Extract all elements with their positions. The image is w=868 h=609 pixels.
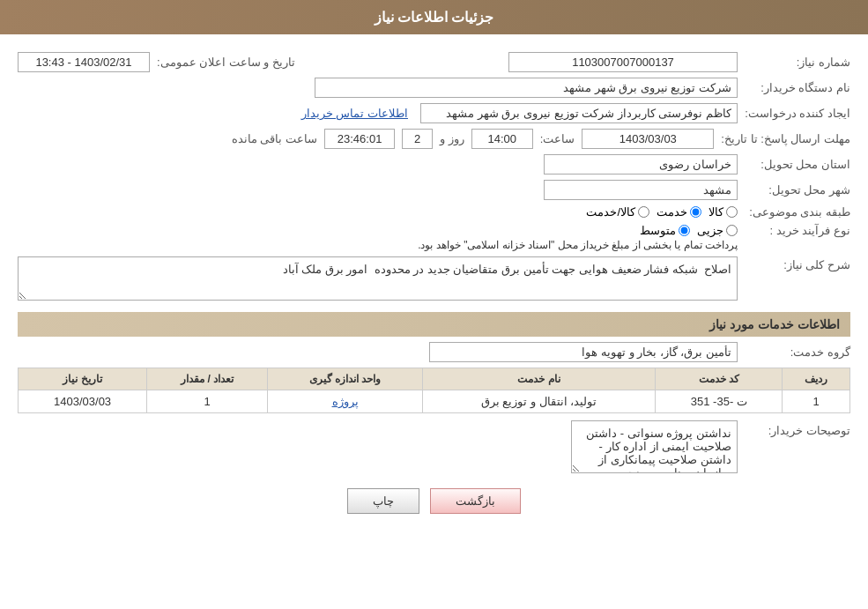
buy-type-radio-group: جزیی متوسط bbox=[418, 224, 738, 237]
col-rownum: ردیف bbox=[783, 368, 850, 390]
pub-datetime-label: تاریخ و ساعت اعلان عمومی: bbox=[157, 56, 295, 69]
buy-type-note: پرداخت تمام یا بخشی از مبلغ خریداز محل "… bbox=[418, 239, 738, 251]
category-label: طبقه بندی موضوعی: bbox=[745, 205, 850, 219]
days-label: روز و bbox=[440, 132, 464, 145]
deadline-time-input[interactable] bbox=[471, 129, 533, 149]
days-input[interactable] bbox=[402, 129, 433, 149]
creator-input[interactable] bbox=[420, 103, 738, 123]
col-date: تاریخ نیاز bbox=[19, 368, 147, 390]
group-label: گروه خدمت: bbox=[745, 345, 850, 359]
pub-datetime-input[interactable] bbox=[18, 52, 150, 72]
page-title: جزئیات اطلاعات نیاز bbox=[375, 10, 494, 25]
services-table: ردیف کد خدمت نام خدمت واحد اندازه گیری ت… bbox=[18, 368, 850, 413]
send-deadline-label: مهلت ارسال پاسخ: تا تاریخ: bbox=[721, 132, 850, 145]
city-label: شهر محل تحویل: bbox=[745, 183, 850, 197]
description-textarea[interactable] bbox=[18, 256, 738, 301]
buyer-notes-label: توصیحات خریدار: bbox=[745, 420, 850, 437]
remaining-input[interactable] bbox=[324, 129, 395, 149]
buy-type-label: نوع فرآیند خرید : bbox=[745, 224, 850, 237]
radio-khedmat-label: خدمت bbox=[657, 205, 687, 219]
buyer-org-input[interactable] bbox=[315, 78, 738, 98]
services-section-title: اطلاعات خدمات مورد نیاز bbox=[18, 312, 850, 337]
page-header: جزئیات اطلاعات نیاز bbox=[0, 0, 868, 34]
radio-kala-label: کالا bbox=[708, 205, 723, 219]
category-radio-group: کالا خدمت کالا/خدمت bbox=[586, 205, 738, 219]
province-input[interactable] bbox=[544, 154, 738, 175]
remaining-label: ساعت باقی مانده bbox=[232, 132, 317, 145]
col-service-name: نام خدمت bbox=[422, 368, 655, 390]
radio-jozei[interactable] bbox=[726, 225, 738, 236]
radio-jozei-label: جزیی bbox=[697, 224, 723, 237]
print-button[interactable]: چاپ bbox=[347, 488, 419, 514]
province-label: استان محل تحویل: bbox=[745, 158, 850, 171]
radio-kala[interactable] bbox=[726, 206, 738, 218]
creator-label: ایجاد کننده درخواست: bbox=[745, 107, 850, 120]
col-unit: واحد اندازه گیری bbox=[268, 368, 423, 390]
buyer-notes-textarea[interactable] bbox=[571, 420, 738, 473]
time-label: ساعت: bbox=[540, 132, 575, 145]
need-number-input[interactable] bbox=[508, 52, 738, 72]
description-label: شرح کلی نیاز: bbox=[745, 256, 850, 271]
group-input[interactable] bbox=[429, 342, 738, 362]
city-input[interactable] bbox=[544, 180, 738, 200]
buyer-org-label: نام دستگاه خریدار: bbox=[745, 81, 850, 94]
back-button[interactable]: بازگشت bbox=[430, 488, 521, 514]
radio-kala-khedmat-label: کالا/خدمت bbox=[586, 205, 635, 219]
radio-motovaset[interactable] bbox=[679, 225, 690, 236]
radio-khedmat[interactable] bbox=[690, 206, 701, 218]
creator-contact-link[interactable]: اطلاعات تماس خریدار bbox=[301, 107, 408, 120]
radio-motovaset-label: متوسط bbox=[640, 224, 676, 237]
table-row: 1ت -35- 351تولید، انتقال و توزیع برقپروژ… bbox=[19, 390, 850, 413]
need-number-label: شماره نیاز: bbox=[745, 56, 850, 69]
radio-kala-khedmat[interactable] bbox=[638, 206, 649, 218]
col-quantity: تعداد / مقدار bbox=[147, 368, 268, 390]
col-service-code: کد خدمت bbox=[656, 368, 783, 390]
deadline-date-input[interactable] bbox=[582, 129, 714, 149]
